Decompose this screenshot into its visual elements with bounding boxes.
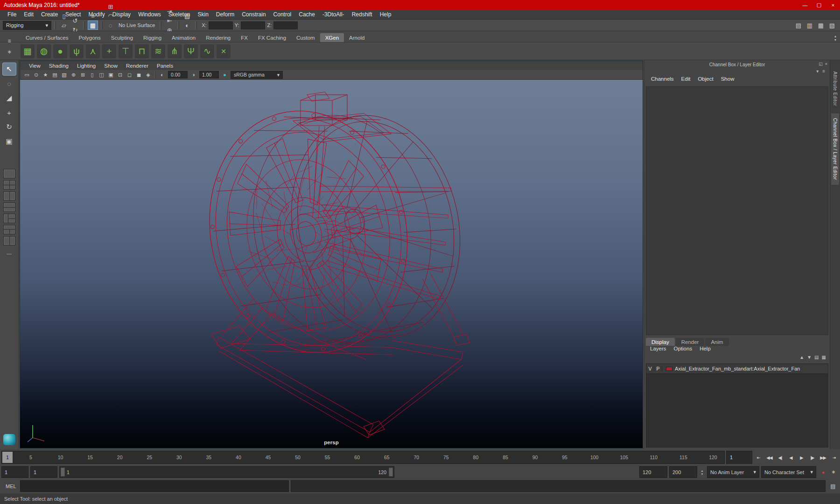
menu-item[interactable]: Skin — [194, 11, 212, 18]
xgen-description-editor-icon[interactable]: ▦ — [21, 44, 35, 58]
safe-action-icon[interactable]: ◻ — [125, 70, 134, 79]
coordinate-input[interactable] — [273, 21, 298, 29]
select-tool[interactable]: ↖ — [2, 63, 16, 76]
viewport-canvas[interactable]: persp — [20, 80, 643, 448]
lock-camera-icon[interactable]: ⊙ — [32, 70, 41, 79]
render-current-frame-icon[interactable]: ◐ — [182, 21, 192, 30]
range-slider[interactable]: 1 120 — [59, 466, 394, 478]
xgen-curves-to-guides-icon[interactable]: ≋ — [151, 44, 165, 58]
layer-row[interactable]: V P Axial_Extractor_Fan_mb_standart:Axia… — [646, 364, 828, 374]
shelf-gear-icon[interactable]: ∗ — [7, 49, 12, 55]
menu-item[interactable]: Help — [376, 11, 395, 18]
shelf-tab[interactable]: Rendering — [201, 33, 236, 42]
play-backwards-button[interactable]: ◀ — [786, 451, 796, 464]
channel-box-menu-item[interactable]: Object — [694, 76, 717, 85]
toggle-channel-box-icon[interactable]: ▦ — [816, 21, 826, 30]
menu-item[interactable]: Deform — [212, 11, 238, 18]
layer-editor-menu-item[interactable]: Help — [696, 346, 714, 355]
viewport-menu-item[interactable]: Lighting — [73, 63, 100, 69]
coordinate-input[interactable] — [209, 21, 233, 29]
step-back-key-button[interactable]: ◀◀ — [764, 451, 774, 464]
film-gate-icon[interactable]: ▯ — [88, 70, 97, 79]
single-pane-layout[interactable] — [3, 169, 15, 178]
exposure-field[interactable]: 0.00 — [168, 71, 188, 78]
new-layer-from-selected-icon[interactable]: ▦ — [822, 355, 826, 363]
step-forward-frame-button[interactable]: |▶ — [807, 451, 817, 464]
go-to-end-button[interactable]: ⇥ — [829, 451, 839, 464]
resolution-gate-icon[interactable]: ◫ — [97, 70, 106, 79]
layer-color-swatch[interactable] — [666, 367, 672, 371]
toggle-tool-settings-icon[interactable]: ▥ — [805, 21, 815, 30]
menu-item[interactable]: -3DtoAll- — [319, 11, 348, 18]
side-by-side-layout[interactable] — [3, 191, 15, 201]
image-plane-icon[interactable]: ▧ — [60, 70, 69, 79]
minimize-button[interactable]: — — [798, 0, 812, 10]
channel-box-menu-item[interactable]: Channels — [647, 76, 678, 85]
command-input[interactable] — [20, 480, 289, 492]
close-button[interactable]: × — [826, 0, 840, 10]
channel-list-area[interactable] — [646, 86, 828, 335]
viewport-menu-item[interactable]: Shading — [45, 63, 73, 69]
gamma-field[interactable]: 1.00 — [199, 71, 219, 78]
lasso-select-tool[interactable]: ◌ — [2, 77, 16, 90]
command-line-label[interactable]: MEL — [1, 480, 18, 492]
input-connections-icon[interactable]: ⇥ — [164, 7, 175, 16]
exposure-icon[interactable]: ◐ — [158, 70, 167, 79]
shelf-tab[interactable]: Sculpting — [106, 33, 138, 42]
shelf-tab[interactable]: Arnold — [344, 33, 370, 42]
viewport-menu-item[interactable]: Show — [100, 63, 122, 69]
script-editor-icon[interactable]: ▤ — [827, 480, 839, 492]
shelf-tab[interactable]: Rigging — [138, 33, 167, 42]
animation-end-field[interactable]: 200 — [669, 466, 697, 478]
new-scene-icon[interactable]: ▯ — [59, 11, 69, 21]
channel-box-menu-item[interactable]: Show — [717, 76, 738, 85]
toolbox-collapse-handle[interactable]: — — [7, 251, 12, 256]
xgen-place-guides-icon[interactable]: + — [102, 44, 116, 58]
shelf-tab-menu-icon[interactable]: ≡ — [7, 38, 11, 44]
pin-channels-icon[interactable]: ≡ — [822, 69, 825, 76]
menu-set-selector[interactable]: Rigging ▾ — [3, 21, 51, 30]
range-end-handle[interactable] — [389, 468, 393, 476]
range-start-handle[interactable] — [61, 468, 65, 476]
layer-editor-menu-item[interactable]: Layers — [646, 346, 670, 355]
scale-tool[interactable]: ▣ — [2, 135, 16, 148]
move-tool[interactable]: + — [2, 106, 16, 119]
bookmarks-icon[interactable]: ▤ — [50, 70, 59, 79]
maximize-button[interactable]: ▢ — [812, 0, 826, 10]
current-time-marker[interactable]: 1 — [2, 452, 13, 463]
shelf-tab[interactable]: FX — [236, 33, 253, 42]
xgen-guide-brush-icon[interactable]: ⊓ — [135, 44, 149, 58]
playback-end-field[interactable]: 120 — [639, 466, 667, 478]
range-spinner[interactable]: ▴ ▾ — [699, 466, 705, 478]
playback-start-field[interactable]: 1 — [30, 466, 57, 478]
go-to-start-button[interactable]: ⇤ — [754, 451, 763, 464]
maya-toolbox-icon[interactable] — [3, 434, 15, 445]
camera-attributes-icon[interactable]: ★ — [41, 70, 50, 79]
character-set-dropdown[interactable]: No Character Set ▾ — [761, 466, 816, 478]
xgen-groom-tools-icon[interactable]: Ψ — [184, 44, 198, 58]
new-empty-layer-icon[interactable]: ▤ — [814, 355, 819, 363]
layer-editor-tab[interactable]: Anim — [705, 338, 728, 346]
viewport-menu-item[interactable]: Renderer — [122, 63, 153, 69]
move-layer-down-icon[interactable]: ▼ — [807, 355, 812, 363]
channel-speed-icon[interactable]: ▾ — [816, 69, 819, 76]
four-pane-layout[interactable] — [3, 180, 15, 189]
color-management-icon[interactable]: ● — [220, 70, 229, 79]
menu-item[interactable]: Control — [270, 11, 295, 18]
xgen-export-selection-icon[interactable]: ● — [53, 44, 67, 58]
xgen-groomable-spline-icon[interactable]: ψ — [70, 44, 84, 58]
menu-item[interactable]: Windows — [134, 11, 165, 18]
xgen-sculpt-guides-icon[interactable]: ⊤ — [119, 44, 133, 58]
anim-layer-dropdown[interactable]: No Anim Layer ▾ — [707, 466, 759, 478]
gamma-icon[interactable]: ◑ — [189, 70, 198, 79]
layer-playback-toggle[interactable]: P — [654, 366, 662, 371]
rotate-tool[interactable]: ↻ — [2, 120, 16, 133]
2d-pan-zoom-icon[interactable]: ⊕ — [69, 70, 78, 79]
menu-item[interactable]: Redshift — [348, 11, 376, 18]
select-camera-icon[interactable]: ▭ — [22, 70, 31, 79]
layer-editor-tab[interactable]: Display — [646, 338, 675, 346]
three-pane-top-layout[interactable] — [3, 225, 15, 234]
workspace-toggle-icon[interactable]: ▧ — [827, 21, 837, 30]
channel-box-menu-item[interactable]: Edit — [678, 76, 694, 85]
coordinate-input[interactable] — [241, 21, 265, 29]
